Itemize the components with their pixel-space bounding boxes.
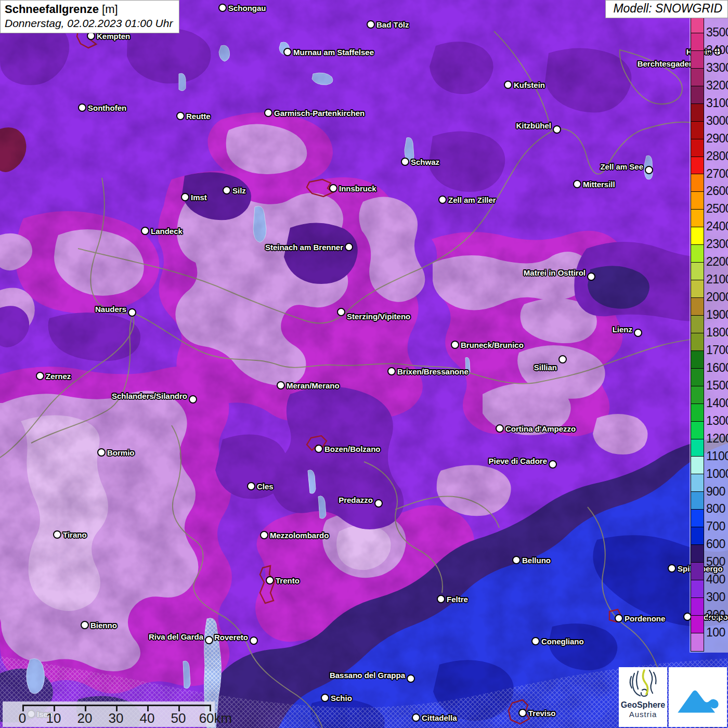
legend-value: 2900 [706, 132, 728, 146]
geosphere-logo: GeoSphere Austria [619, 667, 667, 727]
legend-color-cell [691, 351, 704, 369]
legend-color-cell [691, 69, 704, 86]
legend-value: 2800 [706, 149, 728, 163]
legend-value: 100 [706, 626, 725, 640]
legend-value: 400 [706, 573, 725, 587]
legend-color-cell [691, 598, 704, 616]
contour-squiggle-icon [627, 667, 660, 699]
legend-color-cell [691, 316, 704, 333]
title-box: Schneefallgrenze [m] Donnerstag, 02.02.2… [0, 0, 179, 33]
legend-color-cell [691, 245, 704, 263]
legend-color-cell [691, 298, 704, 316]
legend-value: 1200 [706, 432, 728, 446]
legend-color-cell [691, 33, 704, 51]
legend-color-cell [691, 633, 704, 651]
legend-value: 3100 [706, 96, 728, 110]
legend-color-cell [691, 580, 704, 598]
legend-color-cell [691, 510, 704, 527]
scale-bar: 0102030405060km [3, 701, 215, 727]
legend-color-cell [691, 439, 704, 457]
legend-color-cell [691, 422, 704, 439]
legend-color-cell [691, 333, 704, 351]
legend-value: 1600 [706, 361, 728, 375]
blue-mountain-icon [674, 673, 722, 721]
legend-color-cell [691, 139, 704, 157]
map-unit: [m] [102, 3, 118, 16]
legend-value: 2500 [706, 202, 728, 216]
scale-tick-label: 20 [77, 710, 93, 726]
map-title-line: Schneefallgrenze [m] [5, 3, 173, 16]
legend-value: 1300 [706, 414, 728, 428]
legend-value: 2200 [706, 255, 728, 269]
scale-tick-label: 10 [46, 710, 61, 726]
snowfall-limit-map: SchongauBad TölzKemptenMurnau am Staffel… [0, 0, 728, 728]
legend-value: 900 [706, 484, 725, 498]
legend-value: 3000 [706, 114, 728, 128]
scale-tick-label: 0 [19, 710, 26, 726]
legend-color-cell [691, 280, 704, 298]
legend-value: 2400 [706, 219, 728, 233]
scale-tick-label: 40 [140, 710, 155, 726]
legend-value: 3200 [706, 79, 728, 93]
legend-value: 600 [706, 537, 725, 551]
legend-color-cell [691, 51, 704, 69]
scale-tick-label: 50 [171, 710, 186, 726]
scale-tick-label: 30 [109, 710, 124, 726]
legend-value: 2600 [706, 184, 728, 198]
legend-color-cell [691, 492, 704, 510]
model-label: Modell: SNOWGRID [605, 0, 728, 18]
legend-value: 1000 [706, 467, 728, 481]
legend-value: 3500 [706, 25, 728, 40]
legend-color-cell [691, 122, 704, 139]
legend-value: 2000 [706, 290, 728, 304]
scale-tick-label: 60km [199, 710, 232, 726]
legend-value: 1800 [706, 326, 728, 340]
terrain-texture [0, 0, 728, 728]
legend-color-cell [691, 192, 704, 210]
geosphere-logo-text: GeoSphere [619, 700, 667, 710]
legend-value: 1900 [706, 308, 728, 322]
legend-value: 700 [706, 519, 725, 534]
legend-value: 1400 [706, 396, 728, 410]
legend-color-cell [691, 616, 704, 633]
legend-value: 200 [706, 608, 725, 622]
legend-color-cell [691, 404, 704, 422]
map-datetime: Donnerstag, 02.02.2023 01:00 Uhr [5, 17, 173, 30]
legend-value: 2100 [706, 272, 728, 287]
legend-value: 2300 [706, 237, 728, 251]
legend-colorbar [691, 15, 704, 652]
legend-color-cell [691, 210, 704, 227]
legend-color-cell [691, 386, 704, 404]
map-background [0, 0, 728, 728]
legend-color-cell [691, 16, 704, 33]
legend-value: 500 [706, 555, 725, 569]
legend-color-cell [691, 174, 704, 192]
legend-value: 3300 [706, 61, 728, 75]
legend-color-cell [691, 474, 704, 492]
geosphere-logo-subtext: Austria [619, 710, 667, 719]
legend-value: 3400 [706, 43, 728, 57]
legend-color-cell [691, 227, 704, 245]
legend-color-cell [691, 369, 704, 386]
legend-value: 2700 [706, 166, 728, 180]
legend-color-cell [691, 545, 704, 563]
legend-value: 1100 [706, 449, 728, 463]
legend-color-cell [691, 563, 704, 580]
map-title: Schneefallgrenze [5, 3, 99, 16]
legend-value: 1700 [706, 343, 728, 357]
legend-value: 800 [706, 502, 725, 516]
legend-color-cell [691, 86, 704, 104]
legend-value: 1500 [706, 379, 728, 393]
legend-color-cell [691, 104, 704, 122]
legend-color-cell [691, 527, 704, 545]
legend-color-cell [691, 157, 704, 175]
legend-color-cell [691, 457, 704, 474]
avalanche-logo [669, 667, 727, 727]
legend-value: 300 [706, 590, 725, 604]
legend-color-cell [691, 263, 704, 280]
